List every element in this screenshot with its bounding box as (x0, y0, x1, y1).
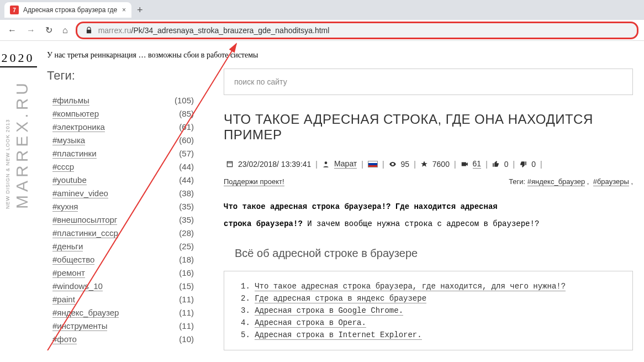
thumbs-up-icon[interactable] (492, 160, 500, 169)
toc-box: Что такое адресная строка браузера, где … (224, 271, 633, 350)
tag-link[interactable]: #aminev_video (52, 188, 108, 198)
tag-link-2[interactable]: #браузеры (593, 177, 629, 186)
tag-link[interactable]: #ремонт (52, 268, 85, 278)
toc-list: Что такое адресная строка браузера, где … (236, 280, 620, 341)
lock-icon (85, 25, 93, 35)
support-link[interactable]: Поддержи проект! (224, 177, 284, 186)
tag-count: (105) (175, 96, 194, 106)
tag-count: (25) (179, 242, 194, 251)
tag-link[interactable]: #фото (52, 334, 77, 344)
home-button[interactable]: ⌂ (60, 25, 70, 35)
browser-chrome: 7 Адресная строка браузера где × + ← → ↻… (0, 0, 644, 41)
tag-link[interactable]: #ссср (52, 162, 74, 172)
thumbs-down-icon[interactable] (519, 160, 527, 169)
tag-count: (11) (179, 321, 194, 331)
toc-link[interactable]: Где адресная строка в яндекс браузере (255, 294, 426, 303)
address-bar[interactable]: marrex.ru/Pk/34_adresnaya_stroka_brauzer… (76, 22, 638, 39)
toc-item: Адресная строка в Opera. (241, 317, 620, 329)
tag-link[interactable]: #инструменты (52, 321, 107, 331)
new-tab-button[interactable]: + (137, 4, 143, 16)
tag-link[interactable]: #фильмы (52, 96, 89, 106)
media-count[interactable]: 61 (473, 159, 482, 169)
reload-button[interactable]: ↻ (43, 25, 55, 35)
tag-link[interactable]: #компьютер (52, 109, 99, 119)
browser-tab[interactable]: 7 Адресная строка браузера где × (4, 2, 131, 18)
tags-heading: Теги: (47, 69, 196, 83)
toc-item: Адресная строка в Internet Explorer. (241, 329, 620, 341)
close-icon[interactable]: × (122, 6, 126, 14)
tag-link[interactable]: #paint (52, 295, 75, 305)
toc-link[interactable]: Что такое адресная строка браузера, где … (255, 282, 566, 291)
site-logo[interactable]: MARREX.RU (13, 80, 31, 209)
back-button[interactable]: ← (6, 25, 19, 35)
main-content: ЧТО ТАКОЕ АДРЕСНАЯ СТРОКА, ГДЕ ОНА НАХОД… (202, 41, 644, 362)
tags-label: Теги: (509, 177, 525, 186)
site-notice: У нас третья реинкарнация … возможны сбо… (47, 51, 258, 60)
tag-item: #компьютер(85) (41, 107, 196, 120)
tag-link[interactable]: #пластинки (52, 149, 97, 159)
meta-date: 23/02/2018/ 13:39:41 (238, 160, 311, 169)
toc-link[interactable]: Адресная строка в Opera. (255, 318, 366, 328)
user-icon (322, 160, 330, 169)
toolbar: ← → ↻ ⌂ marrex.ru/Pk/34_adresnaya_stroka… (0, 20, 644, 41)
calendar-icon (226, 160, 234, 169)
tag-link-1[interactable]: #яндекс_браузер (527, 177, 585, 186)
tag-item: #внешпосылторг(35) (41, 213, 196, 227)
tag-link[interactable]: #яндекс_браузер (52, 308, 119, 318)
tag-link[interactable]: #деньги (52, 242, 83, 251)
tab-title: Адресная строка браузера где (23, 6, 117, 14)
intro-text: Что такое адресная строка браузера!? Где… (224, 198, 633, 233)
tag-link[interactable]: #пластинки_ссср (52, 228, 118, 238)
favicon: 7 (10, 6, 19, 14)
stars-count: 7600 (432, 160, 450, 169)
tag-count: (35) (179, 202, 194, 212)
tag-item: #youtube(44) (41, 174, 196, 187)
tag-item: #яндекс_браузер(11) (41, 306, 196, 319)
search-input[interactable] (234, 77, 622, 86)
tag-item: #пластинки_ссср(28) (41, 227, 196, 240)
tag-item: #ссср(44) (41, 160, 196, 174)
tag-count: (38) (179, 188, 194, 198)
tag-count: (15) (179, 281, 194, 291)
tag-item: #ремонт(16) (41, 266, 196, 280)
url-text: marrex.ru/Pk/34_adresnaya_stroka_brauzer… (98, 26, 330, 35)
article-tags: Теги: #яндекс_браузер , #браузеры , (509, 177, 633, 186)
tag-count: (57) (179, 149, 194, 159)
tag-count: (35) (179, 215, 194, 225)
section-title: Всё об адресной строке в браузере (235, 247, 633, 260)
tag-count: (61) (179, 122, 194, 132)
sidebar: Теги: #фильмы(105)#компьютер(85)#электро… (36, 41, 202, 362)
left-rail: 2020 NEW DISIGN & NEW LOOK 2013 MARREX.R… (0, 41, 36, 362)
tag-item: #электроника(61) (41, 120, 196, 134)
tag-count: (28) (179, 228, 194, 238)
svg-rect-2 (461, 162, 466, 166)
tag-link[interactable]: #кухня (52, 202, 78, 212)
author-link[interactable]: Марат (334, 159, 357, 169)
tag-item: #инструменты(11) (41, 319, 196, 333)
tag-link[interactable]: #youtube (52, 175, 87, 185)
svg-point-1 (325, 161, 328, 164)
toc-link[interactable]: Адресная строка в Internet Explorer. (255, 330, 421, 340)
tag-link[interactable]: #windows_10 (52, 281, 103, 291)
tag-item: #общество(18) (41, 253, 196, 266)
tag-link[interactable]: #электроника (52, 122, 105, 132)
tag-item: #фото(10) (41, 333, 196, 346)
tag-count: (16) (179, 268, 194, 278)
article-title: ЧТО ТАКОЕ АДРЕСНАЯ СТРОКА, ГДЕ ОНА НАХОД… (224, 112, 633, 143)
tag-count: (10) (179, 334, 194, 344)
tag-link[interactable]: #музыка (52, 135, 85, 145)
toc-item: Где адресная строка в яндекс браузере (241, 292, 620, 305)
tag-count: (44) (179, 162, 194, 172)
tag-item: #windows_10(15) (41, 280, 196, 293)
tag-link[interactable]: #внешпосылторг (52, 215, 117, 225)
forward-button[interactable]: → (24, 25, 38, 35)
tag-count: (44) (179, 175, 194, 185)
article-meta: 23/02/2018/ 13:39:41 | Марат | | 95 | 76… (224, 159, 633, 169)
toc-link[interactable]: Адресная строка в Google Chrome. (255, 306, 403, 316)
tag-list: #фильмы(105)#компьютер(85)#электроника(6… (41, 94, 196, 346)
like-count: 0 (504, 160, 509, 169)
tag-count: (85) (179, 109, 194, 119)
tab-bar: 7 Адресная строка браузера где × + (0, 0, 644, 20)
tag-link[interactable]: #общество (52, 255, 94, 265)
flag-ru-icon (368, 161, 378, 167)
